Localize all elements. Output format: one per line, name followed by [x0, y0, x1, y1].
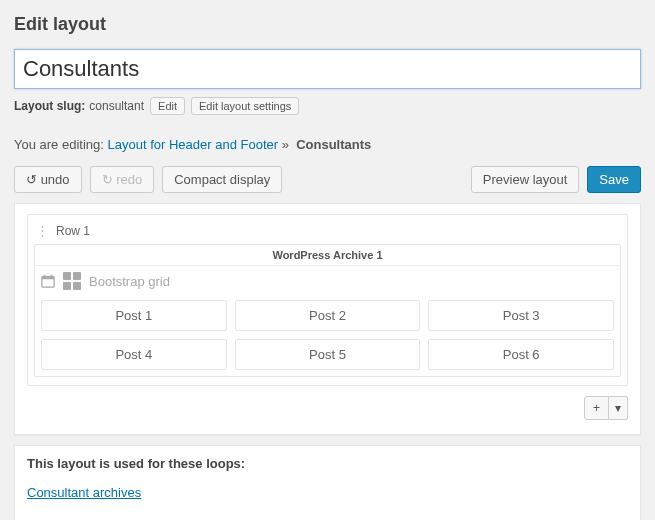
add-dropdown-button[interactable]: ▾: [609, 396, 628, 420]
breadcrumb-link-parent[interactable]: Layout for Header and Footer: [108, 137, 279, 152]
archive-title: WordPress Archive 1: [35, 245, 620, 266]
undo-label: undo: [41, 172, 70, 187]
loops-panel: This layout is used for these loops: Con…: [14, 445, 641, 520]
toolbar: ↺ undo ↻ redo Compact display Preview la…: [14, 166, 641, 193]
row-header[interactable]: ⋮ Row 1: [34, 221, 621, 244]
svg-rect-3: [51, 275, 53, 278]
drag-handle-icon[interactable]: ⋮: [36, 223, 50, 238]
post-cell[interactable]: Post 5: [235, 339, 421, 370]
page-title: Edit layout: [14, 14, 641, 35]
post-grid: Post 1 Post 2 Post 3 Post 4 Post 5 Post …: [35, 294, 620, 376]
calendar-icon: [41, 274, 55, 288]
svg-rect-2: [44, 275, 46, 278]
grid-icon: [63, 272, 81, 290]
add-row-actions: + ▾: [27, 396, 628, 420]
breadcrumb-current: Consultants: [296, 137, 371, 152]
slug-line: Layout slug: consultant Edit Edit layout…: [14, 97, 641, 115]
chevron-down-icon: ▾: [615, 401, 621, 415]
save-button[interactable]: Save: [587, 166, 641, 193]
post-cell[interactable]: Post 4: [41, 339, 227, 370]
undo-icon: ↺: [26, 172, 41, 187]
slug-value: consultant: [89, 99, 144, 113]
breadcrumb: You are editing: Layout for Header and F…: [14, 137, 641, 152]
row-label: Row 1: [56, 224, 90, 238]
post-cell[interactable]: Post 6: [428, 339, 614, 370]
breadcrumb-sep: »: [282, 137, 289, 152]
edit-slug-button[interactable]: Edit: [150, 97, 185, 115]
post-cell[interactable]: Post 2: [235, 300, 421, 331]
undo-button[interactable]: ↺ undo: [14, 166, 82, 193]
archive-block: WordPress Archive 1 Bootstrap grid Post …: [34, 244, 621, 377]
add-button[interactable]: +: [584, 396, 609, 420]
redo-button[interactable]: ↻ redo: [90, 166, 155, 193]
loops-heading: This layout is used for these loops:: [27, 456, 628, 471]
plus-icon: +: [593, 401, 600, 415]
loop-link[interactable]: Consultant archives: [27, 485, 141, 500]
grid-meta: Bootstrap grid: [35, 266, 620, 294]
compact-display-button[interactable]: Compact display: [162, 166, 282, 193]
grid-label: Bootstrap grid: [89, 274, 170, 289]
post-cell[interactable]: Post 3: [428, 300, 614, 331]
layout-title-input[interactable]: [14, 49, 641, 89]
row-box: ⋮ Row 1 WordPress Archive 1 Bootstrap gr…: [27, 214, 628, 386]
layout-editor-panel: ⋮ Row 1 WordPress Archive 1 Bootstrap gr…: [14, 203, 641, 435]
preview-layout-button[interactable]: Preview layout: [471, 166, 580, 193]
redo-label: redo: [116, 172, 142, 187]
post-cell[interactable]: Post 1: [41, 300, 227, 331]
slug-label: Layout slug:: [14, 99, 85, 113]
edit-layout-settings-button[interactable]: Edit layout settings: [191, 97, 299, 115]
editing-prefix: You are editing:: [14, 137, 104, 152]
redo-icon: ↻: [102, 172, 117, 187]
